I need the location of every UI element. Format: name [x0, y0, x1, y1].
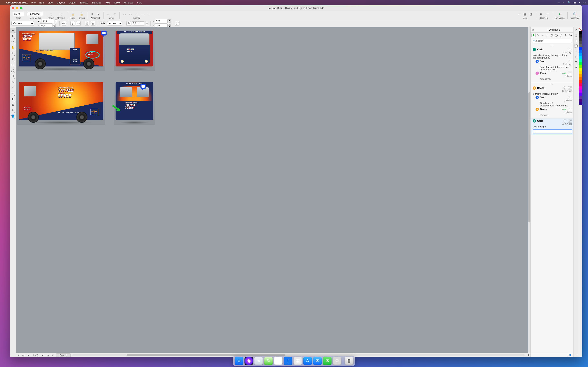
pick-tool[interactable]: ➤	[10, 28, 16, 33]
orientation-button[interactable]: ⟳▾	[62, 21, 66, 26]
no-fill-swatch[interactable]	[579, 28, 582, 31]
view-guides-button[interactable]: ▥	[528, 12, 534, 16]
inspectors-button[interactable]: ⓘ	[572, 12, 577, 16]
snap-dropdown[interactable]: ▾	[545, 12, 550, 16]
tab-objects-icon[interactable]: ⤓	[574, 49, 579, 53]
dock-app-siri[interactable]: ◉	[245, 357, 253, 365]
tab-styles-icon[interactable]: ◈	[574, 65, 579, 69]
add-page-before-button[interactable]: ＋	[16, 354, 21, 357]
dock-app-facebook[interactable]: f	[284, 357, 292, 365]
unlock-button[interactable]: 🔓	[79, 12, 84, 16]
comment-thread[interactable]: BBecca✓⋮▾10 min agoIs this the updated f…	[531, 86, 573, 118]
user-icon[interactable]: ●	[579, 1, 580, 4]
thread-collapse-caret[interactable]: ︿	[531, 82, 573, 86]
mirror-h-button[interactable]: ⇋	[106, 12, 111, 16]
spotlight-icon[interactable]: 🔍	[567, 1, 571, 4]
comment-marker-2[interactable]	[140, 84, 146, 89]
menu-bitmaps[interactable]: Bitmaps	[92, 1, 101, 4]
menu-file[interactable]: File	[31, 1, 35, 4]
color-swatch[interactable]	[579, 90, 582, 92]
color-swatch[interactable]	[579, 83, 582, 86]
color-swatch[interactable]	[579, 34, 582, 38]
color-swatch[interactable]	[579, 56, 582, 59]
resolve-check-icon[interactable]: ✓	[563, 119, 566, 123]
tab-hints-icon[interactable]: 🏷	[574, 54, 579, 59]
rect-annotate-button[interactable]: ▢	[550, 33, 554, 37]
transparency-tool[interactable]: ▦	[10, 102, 16, 107]
dock-app-appstore[interactable]: A	[303, 357, 312, 365]
app-name[interactable]: CorelDRAW 2021	[6, 1, 27, 4]
artwork-truck-side-right[interactable]: ADVENTURES THROUGH THYME — AND — SPICE W…	[17, 80, 105, 125]
arrange-to-back-button[interactable]: ▭	[147, 12, 151, 16]
tab-transform-icon[interactable]: ⬚	[574, 33, 579, 38]
duplicate-x-field[interactable]: 0,25	[155, 19, 168, 23]
more-inspectors-button[interactable]: ⋯	[575, 353, 578, 356]
pen-annotate-button[interactable]: ✎	[536, 33, 540, 37]
crop-button[interactable]: ⛶	[175, 21, 180, 26]
eyedropper-tool[interactable]: ✎	[10, 108, 16, 113]
wifi-icon[interactable]: ⌔	[563, 1, 564, 4]
color-swatch[interactable]	[579, 96, 582, 99]
current-page-button[interactable]: ▯	[91, 21, 95, 26]
color-swatch[interactable]	[579, 41, 582, 44]
menu-table[interactable]: Table	[113, 1, 120, 4]
color-swatch[interactable]	[579, 68, 582, 71]
control-center-icon[interactable]: ⚌	[573, 1, 576, 4]
dock-app-finder[interactable]: ☺	[235, 357, 243, 365]
dock-app-launchpad[interactable]: ▦	[294, 357, 302, 365]
align-button[interactable]: ≡	[90, 12, 95, 16]
text-tool[interactable]: A	[10, 79, 16, 84]
drawing-canvas[interactable]: ADVENTURES THROUGH THYME — AND — SPICE T…	[16, 27, 530, 353]
highlighter-button[interactable]: ⟋	[541, 33, 545, 37]
shape-tool[interactable]: ✜	[10, 33, 16, 39]
parallel-dimension-tool[interactable]: ╱	[10, 85, 16, 90]
freehand-tool[interactable]: ＋	[10, 50, 16, 56]
minimize-window-button[interactable]	[16, 7, 18, 9]
menu-help[interactable]: Help	[137, 1, 142, 4]
tab-comments-icon[interactable]: 💬	[574, 44, 579, 48]
filter-comments-button[interactable]: ⚲	[564, 33, 568, 37]
lock-button[interactable]: 🔒	[70, 12, 75, 16]
menu-object[interactable]: Object	[69, 1, 76, 4]
dock-app-mail[interactable]: ✉	[313, 357, 322, 365]
get-more-button[interactable]: ⬇	[557, 12, 562, 16]
align-dropdown[interactable]: ▾	[96, 12, 101, 16]
artwork-truck-front[interactable]: WRAPS · KABOBS · WINGS THYMESPICE	[114, 29, 155, 71]
view-mode-select[interactable]: Enhanced	[27, 12, 43, 16]
rectangle-tool[interactable]: ▢	[10, 62, 16, 67]
width-spinner[interactable]: ▴▾	[55, 19, 57, 23]
color-swatch[interactable]	[579, 53, 582, 56]
drop-shadow-tool[interactable]: ◧	[10, 96, 16, 101]
dock-app-settings[interactable]: ⚙	[333, 357, 341, 365]
arrange-front-button[interactable]: ▭	[122, 12, 127, 16]
comment-thread[interactable]: CCarlo✓⋮▾29 min agoCool design!	[531, 118, 573, 135]
color-swatch[interactable]	[579, 47, 582, 50]
arrow-annotate-button[interactable]: ↗	[545, 33, 549, 37]
color-swatch[interactable]	[579, 80, 582, 83]
menu-text[interactable]: Text	[105, 1, 110, 4]
units-select[interactable]: inches	[107, 21, 122, 26]
color-swatch[interactable]	[579, 44, 582, 47]
ellipse-annotate-button[interactable]: ◯	[554, 33, 558, 37]
view-grid-button[interactable]: ▦	[522, 12, 527, 16]
zoom-tool[interactable]: ✋	[10, 45, 16, 50]
first-page-button[interactable]: ⏮	[21, 354, 26, 356]
comment-thread[interactable]: CCarlo⋮▾5 min agoHow about using the log…	[531, 47, 573, 82]
page-width-field[interactable]: 9,25	[42, 19, 54, 23]
reply-input[interactable]	[533, 129, 572, 134]
menu-edit[interactable]: Edit	[39, 1, 44, 4]
color-swatch[interactable]	[579, 59, 582, 62]
comment-menu-button[interactable]: ⋮▾	[568, 119, 572, 123]
dock-app-notes[interactable]: ✎	[264, 357, 273, 365]
prev-page-button[interactable]: ◂	[26, 354, 31, 356]
page-tab-1[interactable]: Page 1	[56, 353, 71, 357]
navigator-icon[interactable]: ⊕	[526, 354, 530, 356]
resolve-check-icon[interactable]: ✓	[563, 86, 566, 90]
comments-thread-list[interactable]: ︿CCarlo⋮▾5 min agoHow about using the lo…	[531, 44, 573, 353]
page-preset-select[interactable]: Custom	[11, 21, 34, 26]
arrange-back-button[interactable]: ▭	[140, 12, 145, 16]
nudge-field[interactable]: 0,01 "	[132, 21, 145, 25]
zoom-window-button[interactable]	[20, 7, 22, 9]
dock-app-messages[interactable]: ✉	[323, 357, 332, 365]
color-swatch[interactable]	[579, 65, 582, 68]
